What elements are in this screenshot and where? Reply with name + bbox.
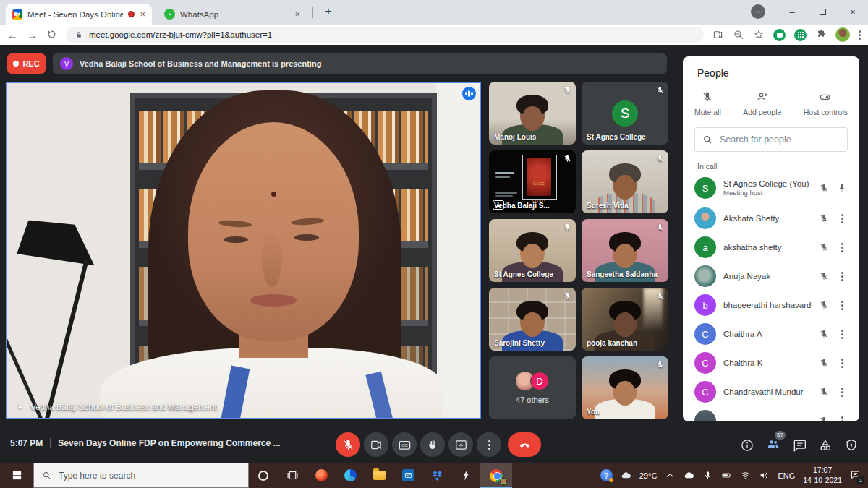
more-options-icon[interactable] [836, 362, 848, 364]
browser-avatar[interactable] [835, 27, 850, 42]
mic-tray-icon[interactable] [702, 470, 713, 481]
chat-extension-icon[interactable] [773, 29, 786, 41]
mic-off-icon[interactable] [819, 242, 829, 252]
self-video-tile[interactable]: You [582, 356, 668, 419]
host-controls-icon[interactable] [844, 438, 859, 453]
present-button[interactable] [448, 432, 473, 457]
participant-row[interactable] [683, 406, 859, 421]
video-tile[interactable]: Suresh Vitla [582, 150, 668, 213]
chat-button[interactable] [792, 438, 807, 453]
volume-icon[interactable] [759, 470, 770, 481]
participant-row[interactable]: Anuja Nayak [683, 262, 859, 291]
more-options-button[interactable] [477, 432, 501, 457]
browser-menu-icon[interactable] [859, 34, 861, 36]
add-people-button[interactable]: Add people [743, 90, 781, 116]
reload-icon[interactable] [46, 29, 57, 41]
presentation-tile[interactable]: CASESTUDY Vedha Balaji S... [489, 150, 576, 213]
mail-icon[interactable] [393, 463, 422, 488]
weather-icon[interactable] [621, 470, 631, 481]
bookmark-star-icon[interactable] [753, 29, 765, 40]
browser-tab-meet[interactable]: Meet - Seven Days Online F × [6, 4, 152, 25]
camera-toggle-button[interactable] [364, 432, 388, 457]
extensions-puzzle-icon[interactable] [815, 29, 827, 40]
participant-row[interactable]: C Chaithra A [683, 320, 859, 348]
more-options-icon[interactable] [836, 247, 848, 249]
edge-icon[interactable] [336, 463, 365, 488]
onedrive-icon[interactable] [684, 470, 694, 481]
window-close-button[interactable]: × [838, 0, 868, 23]
new-tab-button[interactable]: + [319, 2, 338, 21]
camera-permission-icon[interactable] [712, 29, 724, 40]
dropbox-icon[interactable] [422, 463, 451, 488]
participant-row[interactable]: b bhageerathi harshavardhan [683, 291, 859, 320]
video-tile[interactable]: Sarojini Shetty [489, 288, 576, 351]
meeting-details-icon[interactable] [740, 438, 754, 453]
mic-off-icon[interactable] [819, 213, 829, 223]
help-icon[interactable]: ? [600, 469, 613, 481]
mic-off-icon[interactable] [819, 387, 829, 397]
participant-row[interactable]: C Chaithra K [683, 348, 859, 377]
grid-extension-icon[interactable] [794, 29, 807, 41]
raise-hand-button[interactable] [420, 432, 445, 457]
mic-off-icon[interactable] [819, 183, 829, 193]
participant-row[interactable]: C Chandravathi Mundur [683, 377, 859, 406]
language-indicator[interactable]: ENG [778, 471, 795, 480]
mic-toggle-button[interactable] [336, 432, 360, 457]
more-options-icon[interactable] [836, 304, 848, 307]
media-app-icon[interactable] [307, 463, 336, 488]
browser-profile-chip-icon[interactable] [751, 4, 765, 19]
people-search-input[interactable] [718, 134, 840, 145]
people-button[interactable]: 57 [766, 437, 780, 454]
people-search-box[interactable] [694, 127, 848, 152]
tab-close-icon[interactable]: × [294, 9, 300, 19]
start-button[interactable] [0, 463, 33, 488]
video-tile[interactable]: Sangeetha Saldanha [582, 219, 668, 282]
task-view-button[interactable] [278, 463, 307, 488]
others-tile[interactable]: D 47 others [489, 356, 576, 419]
window-maximize-button[interactable] [807, 0, 838, 23]
notification-center-icon[interactable]: 1 [850, 469, 861, 481]
participant-row[interactable]: Akshata Shetty [683, 204, 859, 233]
tab-close-icon[interactable]: × [140, 9, 145, 19]
more-options-icon[interactable] [836, 333, 848, 335]
mute-all-button[interactable]: Mute all [694, 90, 721, 116]
zoom-out-icon[interactable] [733, 29, 744, 40]
more-options-icon[interactable] [836, 420, 848, 422]
video-tile[interactable]: pooja kanchan [582, 288, 668, 351]
mic-off-icon[interactable] [819, 300, 829, 310]
host-controls-button[interactable]: Host controls [804, 90, 848, 116]
file-explorer-icon[interactable] [365, 463, 393, 488]
weather-temp[interactable]: 29°C [639, 471, 658, 480]
cortana-button[interactable] [249, 463, 278, 488]
mic-off-icon[interactable] [819, 271, 829, 281]
wifi-icon[interactable] [740, 470, 751, 481]
url-bar[interactable]: meet.google.com/zrz-bjut-cmw?pli=1&authu… [66, 27, 704, 43]
browser-tab-whatsapp[interactable]: WhatsApp × [158, 4, 307, 25]
back-icon[interactable]: ← [7, 30, 18, 40]
chrome-taskbar-icon[interactable] [480, 463, 512, 488]
more-options-icon[interactable] [836, 218, 848, 220]
mic-off-icon[interactable] [819, 329, 829, 339]
taskbar-clock[interactable]: 17:0714-10-2021 [803, 466, 842, 485]
participant-row[interactable]: S St Agnes College (You) Meeting host [683, 172, 859, 204]
tray-expand-icon[interactable] [665, 470, 676, 481]
video-tile[interactable]: Manoj Louis [489, 82, 576, 145]
video-tile[interactable]: St Agnes College [489, 219, 576, 282]
battery-icon[interactable] [721, 470, 732, 481]
window-minimize-button[interactable]: – [777, 0, 807, 23]
mic-off-icon[interactable] [819, 416, 829, 421]
taskbar-search-input[interactable] [57, 470, 240, 481]
forward-icon[interactable]: → [27, 30, 38, 40]
more-options-icon[interactable] [836, 275, 848, 278]
lightning-app-icon[interactable] [451, 463, 480, 488]
pin-icon[interactable] [836, 183, 848, 193]
activities-button[interactable] [818, 438, 833, 453]
participant-row[interactable]: a akshatha shetty [683, 233, 859, 262]
mic-off-icon[interactable] [819, 358, 829, 368]
video-tile[interactable]: S St Agnes College [582, 82, 668, 145]
taskbar-search-box[interactable] [33, 463, 249, 488]
main-video-tile[interactable]: Vedha Balaji School of Business and Mana… [6, 82, 481, 419]
more-options-icon[interactable] [836, 391, 848, 393]
leave-call-button[interactable] [508, 432, 541, 457]
captions-button[interactable] [392, 432, 417, 457]
